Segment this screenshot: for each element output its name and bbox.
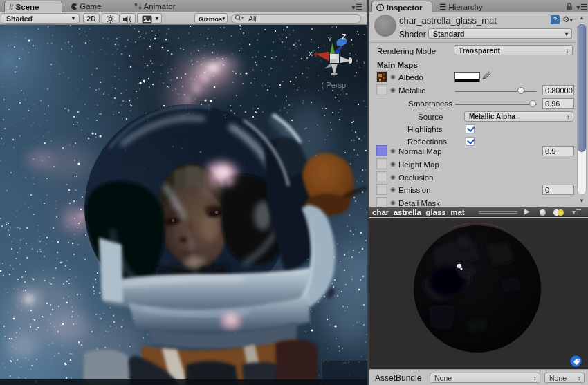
- svg-text:⟨ Persp: ⟨ Persp: [321, 81, 346, 89]
- svg-text:Z: Z: [342, 33, 346, 41]
- svg-text:X: X: [309, 50, 313, 57]
- svg-text:Y: Y: [328, 36, 332, 43]
